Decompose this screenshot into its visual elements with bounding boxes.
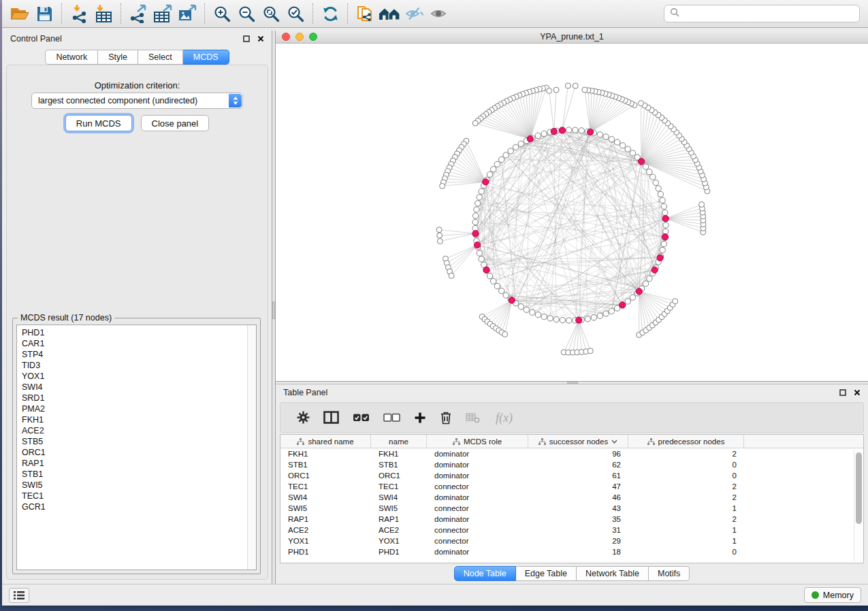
refresh-view-icon[interactable] [318, 3, 342, 24]
table-row[interactable]: SWI4SWI4dominator462 [280, 492, 863, 503]
tab-network-table[interactable]: Network Table [577, 566, 649, 581]
window-close-button[interactable] [282, 33, 290, 41]
table-row[interactable]: RAP1RAP1dominator352 [280, 514, 863, 525]
column-header-MCDS-role[interactable]: MCDS role [427, 435, 528, 448]
mcds-result-title: MCDS result (17 nodes) [18, 313, 114, 323]
memory-button[interactable]: Memory [804, 587, 861, 603]
mcds-result-item[interactable]: TEC1 [22, 491, 256, 501]
mcds-result-item[interactable]: ACE2 [22, 425, 256, 436]
column-header-successor-nodes[interactable]: successor nodes [528, 435, 628, 448]
float-panel-icon[interactable] [243, 35, 250, 42]
search-box[interactable] [664, 5, 860, 22]
window-maximize-button[interactable] [309, 33, 317, 41]
add-column-icon[interactable] [414, 412, 426, 424]
export-network-icon[interactable] [126, 3, 150, 24]
cell: SWI5 [371, 504, 427, 512]
mcds-result-item[interactable]: FKH1 [22, 414, 256, 425]
cell: 0 [628, 548, 744, 556]
table-row[interactable]: TEC1TEC1connector472 [280, 481, 863, 492]
mcds-result-item[interactable]: SWI5 [22, 480, 256, 491]
search-input[interactable] [684, 9, 854, 18]
show-all-icon[interactable] [426, 3, 451, 24]
zoom-out-icon[interactable] [234, 3, 259, 24]
mcds-result-item[interactable]: STB1 [22, 469, 256, 480]
network-canvas[interactable] [276, 44, 868, 381]
float-table-panel-icon[interactable] [839, 389, 846, 396]
hide-selected-icon[interactable] [402, 3, 426, 24]
mcds-result-item[interactable]: GCR1 [22, 501, 256, 512]
column-header-shared-name[interactable]: shared name [280, 435, 371, 448]
mcds-result-item[interactable]: CAR1 [22, 338, 256, 349]
export-image-icon[interactable] [175, 3, 199, 24]
split-panel-icon[interactable] [323, 411, 339, 424]
cell: 35 [528, 515, 628, 523]
import-network-icon[interactable] [67, 3, 91, 24]
settings-icon[interactable] [297, 411, 310, 424]
table-row[interactable]: ACE2ACE2connector311 [280, 525, 863, 535]
deselect-all-icon[interactable] [383, 413, 400, 423]
import-table-icon[interactable] [91, 3, 116, 24]
cell: STB1 [371, 461, 427, 469]
cell: 0 [628, 472, 744, 480]
table-row[interactable]: YOX1YOX1connector291 [280, 535, 863, 546]
mcds-result-list[interactable]: PHD1CAR1STP4TID3YOX1SWI4SRD1PMA2FKH1ACE2… [16, 325, 257, 570]
close-table-panel-icon[interactable] [854, 389, 861, 396]
column-header-predecessor-nodes[interactable]: predecessor nodes [628, 435, 744, 448]
save-session-icon[interactable] [32, 3, 57, 24]
tab-edge-table[interactable]: Edge Table [516, 566, 577, 581]
close-panel-button[interactable]: Close panel [141, 115, 210, 131]
show-log-button[interactable] [9, 588, 29, 603]
clone-network-icon[interactable] [353, 3, 377, 24]
column-header-name[interactable]: name [371, 435, 427, 448]
run-mcds-button[interactable]: Run MCDS [65, 115, 132, 131]
mcds-result-item[interactable]: TID3 [22, 360, 256, 371]
mcds-result-item[interactable]: STB5 [22, 436, 256, 447]
mcds-result-item[interactable]: ORC1 [22, 447, 256, 458]
zoom-fit-icon[interactable] [259, 3, 283, 24]
horizontal-splitter-grip[interactable] [567, 382, 578, 384]
sort-descending-icon[interactable] [611, 440, 617, 444]
select-all-icon[interactable] [353, 413, 370, 423]
first-neighbors-icon[interactable] [377, 3, 402, 24]
window-minimize-button[interactable] [295, 33, 304, 41]
cell: RAP1 [280, 515, 371, 523]
dropdown-stepper-icon [229, 94, 242, 108]
list-icon [14, 591, 25, 600]
mcds-result-item[interactable]: YOX1 [22, 371, 256, 382]
mcds-result-item[interactable]: SWI4 [22, 382, 256, 393]
mcds-result-item[interactable]: RAP1 [22, 458, 256, 469]
mcds-result-item[interactable]: SRD1 [22, 393, 256, 403]
cell: dominator [427, 548, 528, 556]
open-file-icon[interactable] [7, 3, 32, 24]
table-scrollbar-thumb[interactable] [856, 452, 862, 524]
table-row[interactable]: PHD1PHD1dominator180 [280, 546, 863, 557]
table-row[interactable]: ORC1ORC1dominator610 [280, 470, 863, 481]
table-row[interactable]: FKH1FKH1dominator962 [280, 448, 863, 459]
table-toolbar: f(x) [280, 402, 864, 433]
tab-style[interactable]: Style [98, 50, 138, 65]
export-table-icon[interactable] [150, 3, 175, 24]
zoom-in-icon[interactable] [210, 3, 234, 24]
tab-motifs[interactable]: Motifs [649, 566, 690, 581]
vertical-splitter-grip[interactable] [272, 301, 275, 319]
cell: STB1 [280, 461, 371, 469]
mcds-result-item[interactable]: STP4 [22, 349, 256, 360]
control-panel-tabs: NetworkStyleSelectMCDS [3, 50, 272, 65]
result-list-scrollbar[interactable] [247, 325, 256, 569]
criterion-select[interactable]: largest connected component (undirected) [31, 93, 243, 109]
tab-node-table[interactable]: Node Table [454, 566, 516, 581]
tab-mcds[interactable]: MCDS [183, 50, 229, 65]
table-scrollbar[interactable] [854, 450, 863, 561]
tab-network[interactable]: Network [45, 50, 98, 65]
tab-select[interactable]: Select [138, 50, 183, 65]
cell: RAP1 [371, 515, 427, 523]
mcds-result-item[interactable]: PMA2 [22, 403, 256, 414]
delete-column-icon[interactable] [440, 411, 452, 425]
close-panel-icon[interactable] [257, 35, 264, 42]
main-toolbar [2, 0, 868, 28]
delete-table-icon [466, 412, 481, 424]
mcds-result-item[interactable]: PHD1 [22, 327, 256, 338]
zoom-selected-icon[interactable] [283, 3, 308, 24]
table-row[interactable]: STB1STB1dominator620 [280, 459, 863, 470]
table-row[interactable]: SWI5SWI5connector431 [280, 503, 863, 514]
